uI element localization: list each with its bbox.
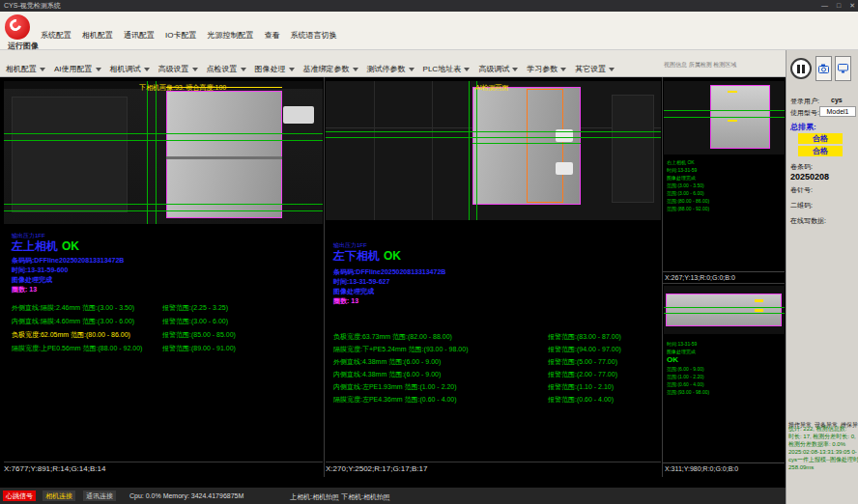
chevron-down-icon — [40, 68, 45, 71]
green-guideline — [147, 81, 148, 224]
toolbar-tab[interactable]: 点检设置 — [207, 64, 246, 74]
maximize-button[interactable]: □ — [837, 2, 841, 9]
measurement-value: 隔膜宽度:左PE4.36mm 范围:(0.60 - 4.00) — [333, 395, 457, 405]
cpu-memory-status: Cpu: 0.0% Memory: 3424.41796875M — [129, 492, 243, 499]
view-info-note: 视图信息 所属检测 检测区域 — [664, 61, 736, 70]
menu-item[interactable]: 系统配置 — [41, 30, 72, 41]
toolbar-tab[interactable]: 学习参数 — [527, 64, 566, 74]
heartbeat-status-badge: 心跳信号 — [3, 490, 36, 501]
thumb-result-line: 范围:(3.00 - 3.50) — [667, 182, 783, 189]
app-logo-icon — [5, 14, 30, 40]
toolbar-tab[interactable]: 其它设置 — [575, 64, 615, 74]
toolbar-tab-label: PLC地址表 — [423, 65, 462, 73]
thumb-result-line: 范围:(3.00 - 6.00) — [667, 189, 783, 197]
toolbar-tab[interactable]: 图像处理 — [255, 64, 295, 74]
field-label: 在线写数据: — [790, 217, 826, 224]
minimize-button[interactable]: — — [821, 2, 828, 9]
toolbar-tab-label: 其它设置 — [575, 65, 606, 73]
thumb-top-pixel-coord: X:267;Y:13;R:0;G:0;B:0 — [663, 271, 785, 283]
center-camera-view[interactable]: AI检测画面 — [326, 81, 661, 220]
green-guideline — [4, 204, 323, 205]
thumb-bottom-pixel-coord: X:311;Y:980;R:0;G:0;B:0 — [663, 462, 785, 476]
left-camera-view[interactable]: 下相机画像:93. 喷合高度:100 — [4, 81, 323, 224]
product-region — [166, 91, 282, 218]
toolbar-tab[interactable]: 基准绑定参数 — [303, 64, 358, 74]
yellow-marker — [755, 309, 763, 312]
pause-button[interactable] — [790, 58, 812, 79]
field-label: 二维码: — [790, 202, 813, 209]
alarm-range: 报警范围:(85.00 - 85.00) — [162, 330, 236, 340]
thumb-top-camera-view[interactable] — [664, 81, 785, 154]
camera-trigger-status: 上相机:相机拍照 下相机:相机拍照 — [290, 492, 390, 502]
toolbar-tab[interactable]: 相机调试 — [110, 64, 150, 74]
measurement-row: 隔膜宽度:上PE0.56mm 范围:(88.00 - 92.00) 报警范围:(… — [12, 344, 319, 357]
chevron-down-icon — [289, 68, 295, 71]
thumb-result-line: 时间:13-31-59 — [667, 166, 783, 174]
measurement-value: 隔膜宽度:上PE0.56mm 范围:(88.00 - 92.00) — [12, 344, 142, 353]
thumb-result-line: 时间:13-31-59 — [667, 340, 783, 348]
thumb-bottom-camera-view[interactable] — [664, 286, 785, 334]
toolbar-tab[interactable]: 相机配置 — [6, 64, 45, 74]
thumb-result-line: 图像处理完成 — [667, 174, 783, 182]
toolbar-tab[interactable]: 高级设置 — [158, 64, 198, 74]
alarm-range: 报警范围:(5.00 - 77.00) — [548, 357, 617, 367]
stats-line: 检测分差数据率: 0.0% — [788, 440, 858, 448]
yellow-marker — [755, 299, 763, 302]
menu-item[interactable]: 相机配置 — [82, 30, 113, 41]
measurement-row: 外侧直线:隔膜:2.46mm 范围:(3.00 - 3.50) 报警范围:(2.… — [12, 303, 319, 317]
green-guideline — [664, 307, 785, 308]
toolbar-tab-label: 高级设置 — [158, 65, 189, 73]
yellow-marker — [728, 91, 737, 93]
menu-item[interactable]: 光源控制配置 — [207, 30, 253, 41]
chevron-down-icon — [192, 68, 198, 71]
machine-line — [374, 81, 375, 220]
field-row: 在线写数据: — [790, 216, 826, 232]
menu-item[interactable]: 系统语言切换 — [290, 30, 336, 41]
divider — [4, 462, 323, 462]
product-seam — [166, 156, 282, 159]
close-button[interactable]: ✕ — [849, 2, 855, 9]
toolbar-tab[interactable]: 测试停参数 — [367, 64, 415, 74]
center-result-title: 左下相机OK — [333, 248, 401, 265]
center-camera-name: 左下相机 — [333, 249, 380, 263]
measurement-row: 负极宽度:62.05mm 范围:(80.00 - 86.00) 报警范围:(85… — [12, 330, 319, 344]
toolbar-tab-label: 高级调试 — [478, 65, 509, 73]
menu-item[interactable]: 通讯配置 — [124, 30, 155, 41]
toolbar-tab-label: 学习参数 — [527, 65, 558, 73]
toolbar-tab-label: 基准绑定参数 — [303, 65, 350, 73]
yellow-marker — [728, 120, 737, 122]
green-guideline — [664, 110, 785, 111]
model-value-box[interactable]: Model1 — [819, 106, 856, 117]
login-user-label: 登录用户: — [790, 97, 819, 106]
input-fields: 卷针号:二维码:在线写数据: — [790, 185, 826, 232]
left-ok-badge: OK — [62, 239, 79, 253]
thumb-bottom-results: 时间:13-31-59图像处理完成OK范围:(6.00 - 9.00)范围:(1… — [667, 340, 783, 396]
center-image-overlay-label: AI检测画面 — [475, 83, 509, 93]
measurement-row: 内侧直线:隔膜:4.60mm 范围:(3.00 - 6.00) 报警范围:(3.… — [12, 317, 319, 330]
measurement-value: 外侧直线:4.38mm 范围:(6.00 - 9.00) — [333, 357, 441, 367]
camera-capture-button[interactable] — [815, 56, 832, 81]
left-image-overlay-label: 下相机画像:93. 喷合高度:100 — [139, 83, 226, 93]
toolbar-tab[interactable]: AI使用配置 — [54, 64, 101, 74]
menu-item[interactable]: IO卡配置 — [165, 30, 196, 41]
monitor-view-button[interactable] — [835, 56, 851, 81]
left-camera-name: 左上相机 — [12, 239, 58, 253]
alarm-range: 报警范围:(1.10 - 2.10) — [548, 382, 614, 392]
left-barcode: 条码码:DFFline2025020813313472B — [12, 256, 124, 266]
thumb-result-line: 范围:(88.00 - 92.00) — [667, 205, 783, 212]
stats-line: 时长: 17, 检测分差时长: 0, — [788, 433, 858, 440]
menu-item[interactable]: 查看 — [264, 30, 279, 41]
stats-line: 2025:02:08-13:31:39:05 0- — [788, 448, 858, 456]
stats-line: 统计: 222, 检测信息数: — [788, 425, 858, 433]
measurement-value: 负极宽度:62.05mm 范围:(80.00 - 86.00) — [12, 330, 130, 340]
toolbar-tabs: 相机配置AI使用配置相机调试高级设置点检设置图像处理基准绑定参数测试停参数PLC… — [6, 58, 623, 75]
toolbar: 相机配置AI使用配置相机调试高级设置点检设置图像处理基准绑定参数测试停参数PLC… — [0, 50, 786, 77]
toolbar-tab-label: 图像处理 — [255, 65, 286, 73]
thumb-top-results: 右上相机 OK时间:13-31-59图像处理完成范围:(3.00 - 3.50)… — [667, 158, 783, 212]
toolbar-tab-label: 相机调试 — [110, 65, 141, 73]
toolbar-tab[interactable]: 高级调试 — [478, 64, 518, 74]
left-result-title: 左上相机OK — [12, 238, 79, 255]
center-pixel-coord: X:270;Y:2502;R:17;G:17;B:17 — [326, 464, 427, 473]
toolbar-tab[interactable]: PLC地址表 — [423, 64, 471, 74]
alarm-range: 报警范围:(83.00 - 87.00) — [548, 332, 621, 342]
